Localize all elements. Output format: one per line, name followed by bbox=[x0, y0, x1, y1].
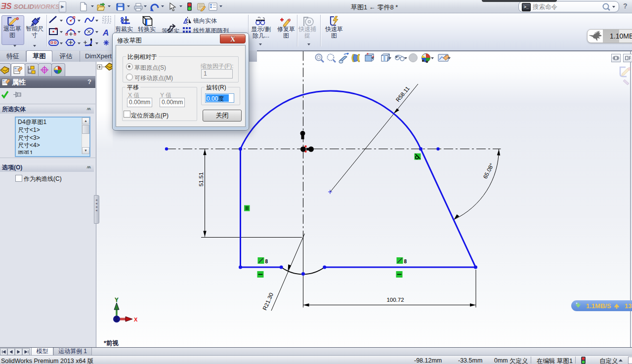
svg-text:13: 13 bbox=[625, 302, 632, 310]
svg-text:A: A bbox=[102, 28, 109, 38]
svg-text:X: X bbox=[230, 36, 235, 43]
svg-text:1.1MB/S: 1.1MB/S bbox=[586, 302, 611, 310]
